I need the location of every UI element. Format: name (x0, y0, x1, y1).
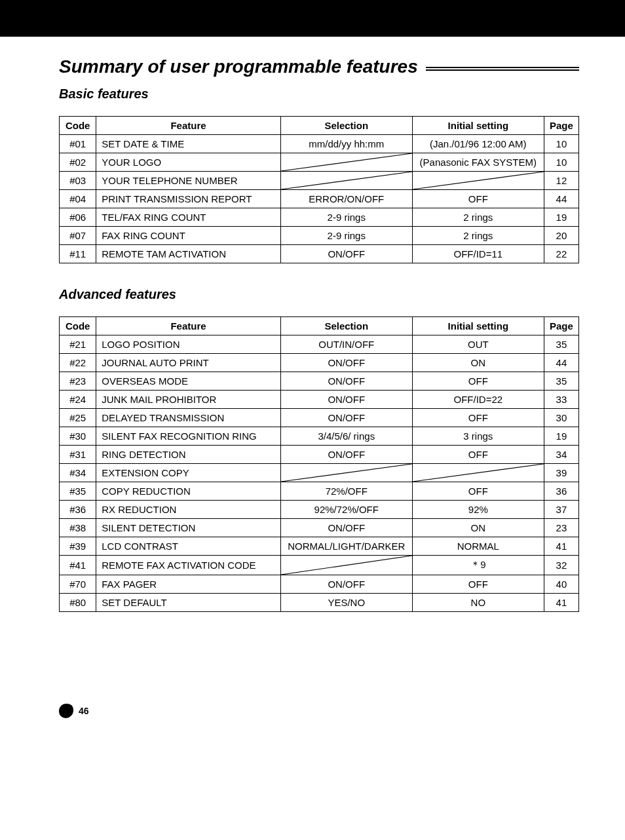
table-row: #38SILENT DETECTIONON/OFFON23 (60, 519, 579, 537)
cell-selection: ON/OFF (280, 575, 412, 594)
table-header-row: Code Feature Selection Initial setting P… (60, 317, 579, 335)
cell-page: 44 (544, 354, 578, 372)
cell-initial: (Jan./01/96 12:00 AM) (412, 135, 544, 153)
table-row: #01SET DATE & TIMEmm/dd/yy hh:mm(Jan./01… (60, 135, 579, 153)
col-page: Page (544, 317, 578, 335)
page-title: Summary of user programmable features (59, 56, 579, 77)
table-row: #22JOURNAL AUTO PRINTON/OFFON44 (60, 354, 579, 372)
cell-code: #31 (60, 446, 96, 464)
cell-page: 19 (544, 208, 578, 227)
table-row: #11REMOTE TAM ACTIVATIONON/OFFOFF/ID=112… (60, 245, 579, 263)
svg-line-1 (281, 172, 412, 189)
table-header-row: Code Feature Selection Initial setting P… (60, 117, 579, 135)
col-code: Code (60, 117, 96, 135)
cell-initial: NO (412, 594, 544, 612)
cell-initial (412, 464, 544, 482)
cell-feature: DELAYED TRANSMISSION (96, 409, 280, 427)
col-feature: Feature (96, 117, 280, 135)
cell-code: #70 (60, 575, 96, 594)
cell-feature: TEL/FAX RING COUNT (96, 208, 280, 227)
cell-code: #02 (60, 153, 96, 172)
cell-code: #36 (60, 501, 96, 519)
col-page: Page (544, 117, 578, 135)
svg-line-3 (281, 464, 412, 482)
cell-feature: SILENT FAX RECOGNITION RING (96, 427, 280, 446)
cell-initial: 92% (412, 501, 544, 519)
cell-feature: LOGO POSITION (96, 335, 280, 354)
table-row: #24JUNK MAIL PROHIBITORON/OFFOFF/ID=2233 (60, 391, 579, 409)
cell-initial: 2 rings (412, 227, 544, 245)
cell-code: #01 (60, 135, 96, 153)
advanced-heading: Advanced features (59, 287, 579, 302)
cell-code: #34 (60, 464, 96, 482)
cell-selection: ON/OFF (280, 446, 412, 464)
cell-page: 19 (544, 427, 578, 446)
cell-code: #30 (60, 427, 96, 446)
cell-selection: 2-9 rings (280, 227, 412, 245)
cell-code: #39 (60, 537, 96, 556)
cell-feature: RING DETECTION (96, 446, 280, 464)
cell-page: 40 (544, 575, 578, 594)
cell-page: 35 (544, 335, 578, 354)
page-content: Summary of user programmable features Ba… (0, 37, 625, 744)
cell-code: #07 (60, 227, 96, 245)
page-title-text: Summary of user programmable features (59, 56, 418, 77)
col-selection: Selection (280, 117, 412, 135)
cell-selection (280, 153, 412, 172)
cell-page: 20 (544, 227, 578, 245)
cell-page: 37 (544, 501, 578, 519)
cell-feature: REMOTE FAX ACTIVATION CODE (96, 556, 280, 575)
cell-code: #24 (60, 391, 96, 409)
table-row: #31RING DETECTIONON/OFFOFF34 (60, 446, 579, 464)
cell-initial: 2 rings (412, 208, 544, 227)
cell-selection: ON/OFF (280, 409, 412, 427)
svg-line-2 (413, 172, 544, 189)
cell-page: 41 (544, 537, 578, 556)
cell-page: 39 (544, 464, 578, 482)
cell-page: 23 (544, 519, 578, 537)
cell-initial (412, 172, 544, 190)
cell-code: #38 (60, 519, 96, 537)
cell-code: #22 (60, 354, 96, 372)
cell-page: 44 (544, 190, 578, 208)
basic-table: Code Feature Selection Initial setting P… (59, 116, 579, 263)
cell-initial: OFF (412, 446, 544, 464)
cell-feature: FAX PAGER (96, 575, 280, 594)
cell-feature: FAX RING COUNT (96, 227, 280, 245)
basic-heading: Basic features (59, 86, 579, 102)
col-feature: Feature (96, 317, 280, 335)
cell-feature: REMOTE TAM ACTIVATION (96, 245, 280, 263)
cell-feature: OVERSEAS MODE (96, 372, 280, 391)
cell-feature: EXTENSION COPY (96, 464, 280, 482)
cell-page: 12 (544, 172, 578, 190)
cell-initial: ON (412, 354, 544, 372)
cell-page: 41 (544, 594, 578, 612)
cell-selection (280, 556, 412, 575)
cell-selection: ON/OFF (280, 245, 412, 263)
table-row: #03YOUR TELEPHONE NUMBER12 (60, 172, 579, 190)
cell-initial: OFF (412, 482, 544, 501)
cell-page: 30 (544, 409, 578, 427)
cell-feature: SILENT DETECTION (96, 519, 280, 537)
svg-line-5 (281, 556, 412, 575)
cell-initial: OUT (412, 335, 544, 354)
cell-feature: SET DEFAULT (96, 594, 280, 612)
cell-code: #21 (60, 335, 96, 354)
cell-feature: COPY REDUCTION (96, 482, 280, 501)
table-row: #36RX REDUCTION92%/72%/OFF92%37 (60, 501, 579, 519)
table-row: #34EXTENSION COPY39 (60, 464, 579, 482)
cell-initial: OFF (412, 372, 544, 391)
cell-code: #04 (60, 190, 96, 208)
cell-code: #41 (60, 556, 96, 575)
cell-selection: NORMAL/LIGHT/DARKER (280, 537, 412, 556)
table-row: #07FAX RING COUNT2-9 rings2 rings20 (60, 227, 579, 245)
cell-selection: ON/OFF (280, 372, 412, 391)
cell-selection: OUT/IN/OFF (280, 335, 412, 354)
cell-selection (280, 464, 412, 482)
table-row: #30SILENT FAX RECOGNITION RING3/4/5/6/ r… (60, 427, 579, 446)
cell-initial: (Panasonic FAX SYSTEM) (412, 153, 544, 172)
cell-feature: JUNK MAIL PROHIBITOR (96, 391, 280, 409)
cell-selection (280, 172, 412, 190)
svg-line-4 (413, 464, 544, 482)
svg-line-0 (281, 153, 412, 171)
